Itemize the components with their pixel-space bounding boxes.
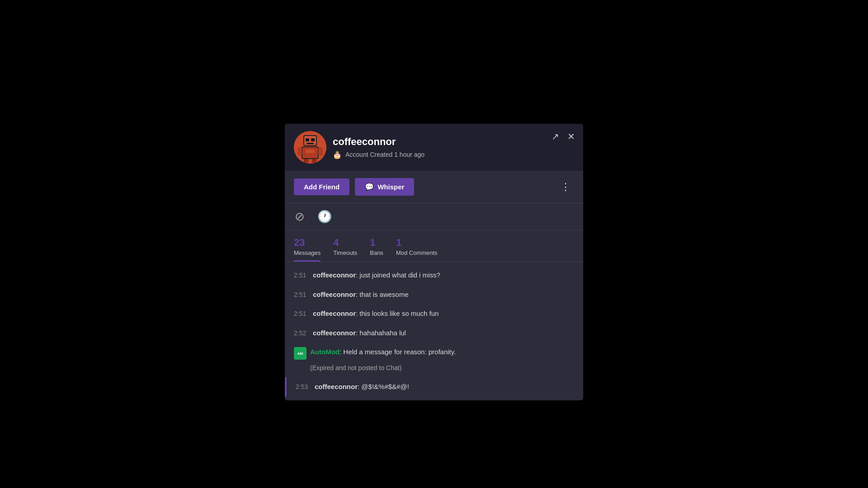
header-actions: ↗ ✕ bbox=[551, 130, 576, 143]
stat-timeouts[interactable]: 4 Timeouts bbox=[333, 238, 370, 262]
stat-bans-label: Bans bbox=[370, 249, 383, 256]
message-row: 2:52 coffeeconnor: hahahahaha lul bbox=[285, 324, 583, 343]
message-text: : just joined what did i miss? bbox=[356, 271, 440, 279]
message-text: : this looks like so much fun bbox=[356, 310, 439, 317]
stat-timeouts-count: 4 bbox=[333, 238, 339, 248]
stat-timeouts-label: Timeouts bbox=[333, 249, 357, 256]
stats-row: 23 Messages 4 Timeouts 1 Bans 1 Mod Comm… bbox=[285, 230, 583, 262]
stat-mod-comments-label: Mod Comments bbox=[396, 249, 438, 256]
username: coffeeconnor bbox=[333, 136, 574, 148]
stat-mod-comments-count: 1 bbox=[396, 238, 401, 248]
flagged-message-row: 2:53 coffeeconnor: @$!&%#$&#@! bbox=[285, 377, 583, 397]
messages-list: 2:51 coffeeconnor: just joined what did … bbox=[285, 262, 583, 400]
flagged-message-time: 2:53 bbox=[296, 382, 310, 392]
cake-icon: 🎂 bbox=[333, 150, 342, 159]
flagged-message-author: coffeeconnor bbox=[315, 383, 358, 390]
message-author: coffeeconnor bbox=[313, 310, 356, 317]
stat-mod-comments[interactable]: 1 Mod Comments bbox=[396, 238, 450, 262]
svg-rect-3 bbox=[311, 138, 315, 141]
action-icons-row: ⊘ 🕐 bbox=[285, 203, 583, 230]
whisper-label: Whisper bbox=[377, 183, 404, 191]
message-time: 2:52 bbox=[294, 328, 308, 338]
svg-rect-10 bbox=[312, 159, 316, 163]
buttons-row: Add Friend 💬 Whisper ⋮ bbox=[285, 171, 583, 203]
stat-messages-count: 23 bbox=[294, 238, 305, 248]
message-author: coffeeconnor bbox=[313, 291, 356, 298]
svg-rect-7 bbox=[297, 147, 302, 155]
account-created-text: Account Created 1 hour ago bbox=[345, 151, 425, 158]
message-time: 2:51 bbox=[294, 309, 308, 319]
svg-rect-9 bbox=[304, 159, 308, 163]
header: coffeeconnor 🎂 Account Created 1 hour ag… bbox=[285, 124, 583, 171]
message-row: 2:51 coffeeconnor: this looks like so mu… bbox=[285, 304, 583, 324]
open-button[interactable]: ↗ bbox=[551, 130, 560, 143]
automod-row: AM AutoMod: Held a message for reason: p… bbox=[285, 343, 583, 377]
message-row: 2:51 coffeeconnor: just joined what did … bbox=[285, 266, 583, 285]
message-author: coffeeconnor bbox=[313, 329, 356, 337]
svg-rect-8 bbox=[318, 147, 323, 155]
automod-expired-text: (Expired and not posted to Chat) bbox=[294, 363, 574, 373]
stat-messages[interactable]: 23 Messages bbox=[294, 238, 333, 262]
more-options-button[interactable]: ⋮ bbox=[557, 179, 574, 195]
stat-bans-count: 1 bbox=[370, 238, 375, 248]
stat-messages-label: Messages bbox=[294, 249, 321, 256]
whisper-button[interactable]: 💬 Whisper bbox=[355, 178, 414, 196]
automod-content: AutoMod: Held a message for reason: prof… bbox=[310, 347, 574, 357]
message-text: : hahahahaha lul bbox=[356, 329, 406, 337]
svg-text:AM: AM bbox=[297, 352, 303, 356]
svg-rect-4 bbox=[307, 143, 314, 144]
svg-rect-2 bbox=[306, 138, 309, 141]
svg-rect-6 bbox=[306, 150, 315, 153]
automod-name: AutoMod bbox=[310, 348, 340, 356]
automod-text: : Held a message for reason: profanity. bbox=[340, 348, 456, 356]
chat-bubble-icon: 💬 bbox=[365, 183, 374, 191]
close-button[interactable]: ✕ bbox=[566, 130, 576, 143]
header-info: coffeeconnor 🎂 Account Created 1 hour ag… bbox=[333, 136, 574, 159]
message-text: : that is awesome bbox=[356, 291, 409, 298]
stat-bans[interactable]: 1 Bans bbox=[370, 238, 396, 262]
flagged-message-text: : @$!&%#$&#@! bbox=[358, 383, 409, 390]
message-row: 2:51 coffeeconnor: that is awesome bbox=[285, 285, 583, 305]
avatar bbox=[294, 131, 326, 164]
account-created: 🎂 Account Created 1 hour ago bbox=[333, 150, 574, 159]
message-time: 2:51 bbox=[294, 271, 308, 280]
message-time: 2:51 bbox=[294, 290, 308, 300]
automod-badge: AM bbox=[294, 347, 307, 360]
ban-icon-button[interactable]: ⊘ bbox=[294, 209, 306, 225]
timeout-icon-button[interactable]: 🕐 bbox=[316, 209, 333, 225]
user-panel: coffeeconnor 🎂 Account Created 1 hour ag… bbox=[285, 124, 583, 400]
add-friend-button[interactable]: Add Friend bbox=[294, 178, 349, 195]
message-author: coffeeconnor bbox=[313, 271, 356, 279]
